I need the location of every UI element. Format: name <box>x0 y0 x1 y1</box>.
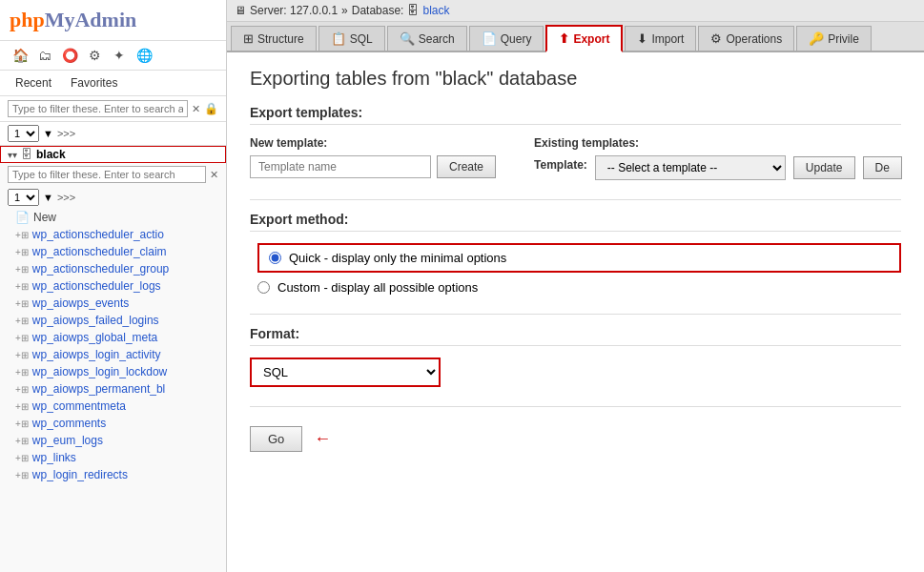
table-item-11[interactable]: +⊞ wp_comments <box>0 415 226 432</box>
export-icon: ⬆ <box>559 31 569 46</box>
table-item-4[interactable]: +⊞ wp_aiowps_events <box>0 295 226 312</box>
tree-icon-10: +⊞ <box>15 401 29 412</box>
radio-quick-input[interactable] <box>269 252 281 264</box>
table-name-11: wp_comments <box>32 417 106 430</box>
top-pagination: 1 ▼ >>> <box>0 122 226 146</box>
tree-icon-12: +⊞ <box>15 436 29 446</box>
tree-icon-1: +⊞ <box>15 247 29 257</box>
go-button[interactable]: Go <box>250 426 302 452</box>
table-name-14: wp_login_redirects <box>32 468 128 481</box>
table-item-13[interactable]: +⊞ wp_links <box>0 449 226 466</box>
new-template-label: New template: <box>250 136 496 150</box>
tab-sql-label: SQL <box>350 32 373 46</box>
plus-icon: 📄 <box>15 211 30 224</box>
tab-query[interactable]: 📄 Query <box>469 26 544 51</box>
table-item-1[interactable]: +⊞ wp_actionscheduler_claim <box>0 243 226 260</box>
top-next-btn[interactable]: >>> <box>57 128 75 139</box>
server-icon: 🖥 <box>235 4 246 17</box>
database-link[interactable]: black <box>422 4 449 17</box>
search-icon: 🔍 <box>400 31 415 46</box>
db-toggle[interactable]: ▾▾ <box>8 150 17 160</box>
template-select[interactable]: -- Select a template -- <box>595 155 786 180</box>
recent-favorites-tabs: Recent Favorites <box>0 71 226 96</box>
star-icon[interactable]: ✦ <box>109 45 130 66</box>
template-name-input[interactable] <box>250 155 431 178</box>
home-icon[interactable]: 🏠 <box>10 45 31 66</box>
tree-icon-7: +⊞ <box>15 350 29 360</box>
globe-icon[interactable]: 🌐 <box>133 45 154 66</box>
tree-icon-2: +⊞ <box>15 264 29 275</box>
sidebar-icon-bar: 🏠 🗂 ⭕ ⚙ ✦ 🌐 <box>0 41 226 71</box>
top-filter-input[interactable] <box>8 100 188 117</box>
table-item-5[interactable]: +⊞ wp_aiowps_failed_logins <box>0 312 226 329</box>
table-name-13: wp_links <box>32 451 76 464</box>
table-name-10: wp_commentmeta <box>32 399 126 413</box>
table-item-8[interactable]: +⊞ wp_aiowps_login_lockdow <box>0 363 226 380</box>
breadcrumb-separator: » <box>341 4 348 17</box>
tab-operations[interactable]: ⚙ Operations <box>698 26 794 51</box>
update-button[interactable]: Update <box>793 156 855 179</box>
import-icon: ⬇ <box>637 31 647 46</box>
tab-sql[interactable]: 📋 SQL <box>318 26 385 51</box>
table-next-btn[interactable]: >>> <box>57 192 75 203</box>
radio-custom-option[interactable]: Custom - display all possible options <box>257 280 901 295</box>
radio-quick-option[interactable]: Quick - display only the minimal options <box>257 243 901 273</box>
radio-quick-label: Quick - display only the minimal options <box>289 251 506 265</box>
table-item-9[interactable]: +⊞ wp_aiowps_permanent_bl <box>0 380 226 398</box>
tab-search-label: Search <box>419 32 455 46</box>
query-icon: 📄 <box>482 31 497 46</box>
table-name-5: wp_aiowps_failed_logins <box>32 314 159 327</box>
tab-operations-label: Operations <box>726 32 782 46</box>
top-nav: ▼ <box>43 128 53 139</box>
tab-privile[interactable]: 🔑 Privile <box>796 26 872 51</box>
table-page-select[interactable]: 1 <box>8 189 39 206</box>
table-icon[interactable]: 🗂 <box>34 45 55 66</box>
table-item-10[interactable]: +⊞ wp_commentmeta <box>0 398 226 415</box>
table-filter-clear[interactable]: ✕ <box>210 169 218 181</box>
new-table-item[interactable]: 📄 New <box>0 209 226 226</box>
tab-import[interactable]: ⬇ Import <box>625 26 696 51</box>
table-name-4: wp_aiowps_events <box>32 296 129 310</box>
table-name-1: wp_actionscheduler_claim <box>32 245 167 258</box>
table-item-3[interactable]: +⊞ wp_actionscheduler_logs <box>0 277 226 295</box>
table-name-2: wp_actionscheduler_group <box>32 262 169 276</box>
create-button[interactable]: Create <box>437 155 496 178</box>
operations-icon: ⚙ <box>710 31 722 46</box>
gear-icon[interactable]: ⚙ <box>84 45 105 66</box>
table-item-6[interactable]: +⊞ wp_aiowps_global_meta <box>0 329 226 346</box>
format-section: Format: SQL CSV JSON XML <box>250 326 901 387</box>
db-item-black[interactable]: ▾▾ 🗄 black <box>0 146 226 163</box>
tab-structure[interactable]: ⊞ Structure <box>231 26 317 51</box>
table-item-0[interactable]: +⊞ wp_actionscheduler_actio <box>0 226 226 243</box>
sidebar-logo: phpMyAdmin <box>0 0 226 41</box>
format-select[interactable]: SQL CSV JSON XML <box>250 358 441 387</box>
table-item-2[interactable]: +⊞ wp_actionscheduler_group <box>0 260 226 277</box>
tree-icon-13: +⊞ <box>15 453 29 463</box>
db-name-black: black <box>36 148 66 161</box>
new-template-input-row: Create <box>250 155 496 178</box>
radio-custom-input[interactable] <box>257 281 270 294</box>
table-name-7: wp_aiowps_login_activity <box>32 348 161 361</box>
table-item-7[interactable]: +⊞ wp_aiowps_login_activity <box>0 346 226 363</box>
tree-icon-14: +⊞ <box>15 470 29 480</box>
table-item-12[interactable]: +⊞ wp_eum_logs <box>0 432 226 449</box>
table-item-14[interactable]: +⊞ wp_login_redirects <box>0 466 226 483</box>
divider-1 <box>250 199 901 200</box>
sidebar-scroll-area[interactable]: ▾▾ 🗄 black ✕ 1 ▼ >>> 📄 New +⊞ wp_actions… <box>0 146 226 572</box>
content-area: Exporting tables from "black" database E… <box>227 52 924 572</box>
tab-export[interactable]: ⬆ Export <box>545 25 623 52</box>
tree-icon-9: +⊞ <box>15 384 29 395</box>
top-filter-clear[interactable]: ✕ <box>192 103 200 115</box>
top-page-select[interactable]: 1 <box>8 125 39 142</box>
tab-query-label: Query <box>501 32 532 46</box>
table-filter-input[interactable] <box>8 166 206 183</box>
favorites-tab[interactable]: Favorites <box>63 74 125 92</box>
circle-icon[interactable]: ⭕ <box>59 45 80 66</box>
database-label: Database: <box>352 4 404 17</box>
tab-search[interactable]: 🔍 Search <box>387 26 467 51</box>
divider-3 <box>250 406 901 407</box>
delete-button[interactable]: De <box>863 156 902 179</box>
tab-privile-label: Privile <box>828 32 859 46</box>
recent-tab[interactable]: Recent <box>8 74 59 92</box>
table-nav: ▼ <box>43 192 53 203</box>
